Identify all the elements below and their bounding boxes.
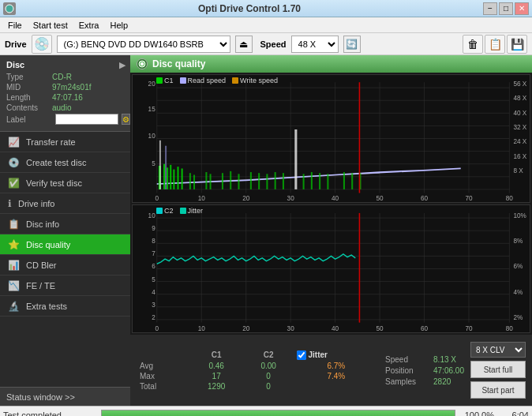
disc-type-val: CD-R xyxy=(52,73,72,81)
row-max-jitter: 7.4% xyxy=(294,371,380,381)
label-btn[interactable]: ⚙ xyxy=(122,114,130,125)
disc-mid-row: MID 97m24s01f xyxy=(6,83,124,92)
progress-percentage: 100.0% xyxy=(459,410,494,417)
svg-text:70: 70 xyxy=(465,324,472,332)
disc-info-icon: 📋 xyxy=(8,219,20,230)
samples-value: 2820 xyxy=(433,377,451,386)
svg-rect-52 xyxy=(205,172,207,189)
svg-text:8 X: 8 X xyxy=(513,167,523,175)
svg-text:8: 8 xyxy=(152,237,155,245)
sidebar-item-transfer-rate[interactable]: 📈 Transfer rate xyxy=(0,132,130,152)
sidebar-item-extra-tests[interactable]: 🔬 Extra tests xyxy=(0,296,130,317)
disc-type-row: Type CD-R xyxy=(6,73,124,81)
sidebar-item-label: CD Bler xyxy=(26,260,57,270)
row-total-label: Total xyxy=(137,381,189,392)
position-value: 47:06.00 xyxy=(433,366,464,375)
svg-text:0: 0 xyxy=(155,193,159,202)
top-chart-legend: C1 Read speed Write speed xyxy=(156,77,278,84)
refresh-button[interactable]: 🔄 xyxy=(343,36,361,53)
status-bar: Test completed 100.0% 6:04 xyxy=(0,406,532,416)
bottom-chart: C2 Jitter xyxy=(132,204,530,333)
toolbar-icons: 🗑 📋 💾 xyxy=(463,35,527,54)
menu-file[interactable]: File xyxy=(3,20,27,31)
sidebar-item-cd-bler[interactable]: 📊 CD Bler xyxy=(0,255,130,275)
sidebar-item-create-test-disc[interactable]: 💿 Create test disc xyxy=(0,152,130,173)
svg-rect-53 xyxy=(210,174,212,189)
menu-extra[interactable]: Extra xyxy=(74,20,104,31)
sidebar-item-label: Drive info xyxy=(18,199,54,208)
erase-icon[interactable]: 🗑 xyxy=(463,35,483,54)
table-row: Avg 0.46 0.00 6.7% xyxy=(137,361,379,371)
speed-select[interactable]: 48 X xyxy=(291,36,339,53)
svg-rect-61 xyxy=(283,173,284,189)
row-total-jitter xyxy=(294,381,380,392)
svg-rect-43 xyxy=(163,164,165,189)
menu-start-test[interactable]: Start test xyxy=(28,20,73,31)
svg-text:80: 80 xyxy=(506,324,513,332)
sidebar-item-disc-info[interactable]: 📋 Disc info xyxy=(0,214,130,234)
svg-text:48 X: 48 X xyxy=(513,94,526,103)
menu-help[interactable]: Help xyxy=(105,20,133,31)
transfer-rate-icon: 📈 xyxy=(8,137,20,148)
sidebar-item-fe-te[interactable]: 📉 FE / TE xyxy=(0,275,130,296)
copy-icon[interactable]: 📋 xyxy=(485,35,505,54)
svg-rect-46 xyxy=(173,170,174,189)
minimize-button[interactable]: − xyxy=(483,2,497,15)
samples-label: Samples xyxy=(385,377,429,386)
main-layout: Disc ▶ Type CD-R MID 97m24s01f Length 47… xyxy=(0,55,532,406)
menu-bar: File Start test Extra Help xyxy=(0,17,532,33)
sidebar-item-disc-quality[interactable]: ⭐ Disc quality xyxy=(0,234,130,255)
drive-select[interactable]: (G:) BENQ DVD DD DW1640 BSRB xyxy=(57,36,230,53)
row-avg-c1: 0.46 xyxy=(189,361,244,371)
progress-bar-container xyxy=(101,410,455,417)
speed-info: Speed 8.13 X Position 47:06.00 Samples 2… xyxy=(385,355,464,386)
svg-rect-45 xyxy=(170,165,171,189)
row-avg-label: Avg xyxy=(137,361,189,371)
table-row: Total 1290 0 xyxy=(137,381,379,392)
clv-select[interactable]: 8 X CLV 4 X CLV 12 X CLV xyxy=(470,342,526,358)
disc-mid-key: MID xyxy=(6,83,52,92)
content-area: Disc quality C1 Read speed Wri xyxy=(130,55,532,406)
row-max-c1: 17 xyxy=(189,371,244,381)
jitter-checkbox[interactable] xyxy=(297,350,306,360)
maximize-button[interactable]: □ xyxy=(499,2,513,15)
position-row: Position 47:06.00 xyxy=(385,366,464,375)
svg-text:10: 10 xyxy=(198,193,205,202)
status-text: Test completed xyxy=(3,410,98,417)
close-button[interactable]: ✕ xyxy=(515,2,529,15)
disc-arrow-icon[interactable]: ▶ xyxy=(119,60,126,70)
progress-bar-fill xyxy=(102,410,455,417)
status-window-button[interactable]: Status window >> xyxy=(0,387,130,406)
label-input[interactable] xyxy=(55,114,118,125)
speed-label: Speed xyxy=(260,39,287,49)
stats-panel: C1 C2 Jitter Avg xyxy=(130,335,532,406)
legend-jitter: Jitter xyxy=(180,207,204,215)
svg-text:10: 10 xyxy=(148,132,155,141)
fe-te-icon: 📉 xyxy=(8,280,20,291)
app-icon xyxy=(3,2,16,15)
sidebar-item-drive-info[interactable]: ℹ Drive info xyxy=(0,193,130,214)
cd-bler-icon: 📊 xyxy=(8,260,20,271)
svg-rect-62 xyxy=(303,174,305,189)
svg-text:6: 6 xyxy=(152,262,155,271)
drive-bar: Drive 💿 (G:) BENQ DVD DD DW1640 BSRB ⏏ S… xyxy=(0,33,532,55)
disc-label-key: Label xyxy=(6,115,52,124)
row-avg-c2: 0.00 xyxy=(244,361,294,371)
start-part-button[interactable]: Start part xyxy=(470,381,526,399)
svg-rect-65 xyxy=(327,174,328,189)
svg-text:80: 80 xyxy=(506,193,513,202)
svg-rect-49 xyxy=(294,129,297,189)
eject-button[interactable]: ⏏ xyxy=(235,36,253,53)
start-full-button[interactable]: Start full xyxy=(470,361,526,378)
top-chart: C1 Read speed Write speed xyxy=(132,74,530,203)
disc-contents-val: audio xyxy=(52,103,71,112)
speed-row: Speed 8.13 X xyxy=(385,355,464,364)
save-icon[interactable]: 💾 xyxy=(507,35,527,54)
svg-rect-70 xyxy=(165,146,167,189)
svg-text:9: 9 xyxy=(152,223,155,232)
sidebar-item-verify-test-disc[interactable]: ✅ Verify test disc xyxy=(0,173,130,193)
sidebar-item-label: FE / TE xyxy=(26,281,55,290)
svg-text:10: 10 xyxy=(198,324,205,332)
svg-rect-57 xyxy=(250,172,252,189)
svg-text:60: 60 xyxy=(421,193,428,202)
